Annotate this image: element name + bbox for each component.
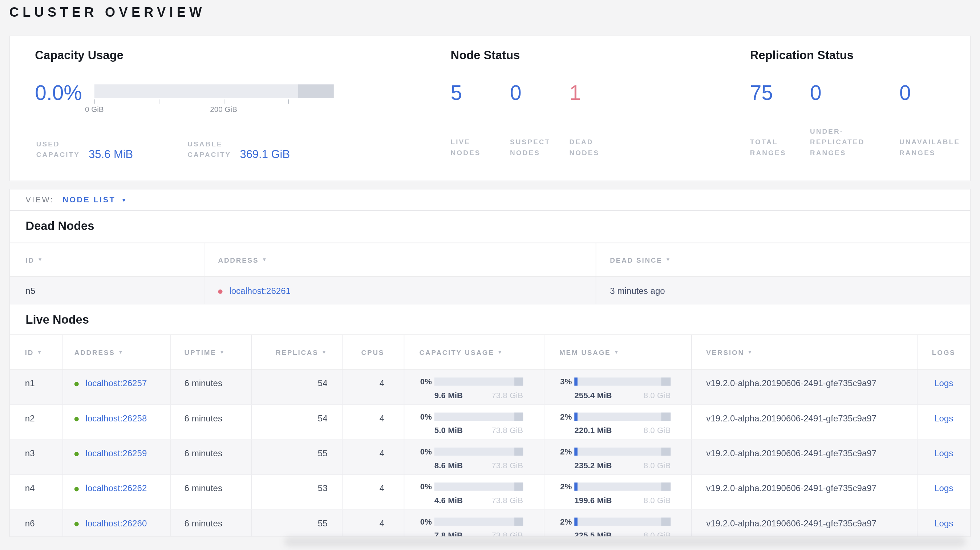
stat-label: UNDER-REPLICATEDRANGES [810,126,899,158]
logs-link[interactable]: Logs [934,448,953,474]
node-address-link[interactable]: localhost:26259 [86,448,147,458]
node-address-link[interactable]: localhost:26260 [86,518,147,528]
node-address-cell: localhost:26261 [204,277,596,304]
capacity-usage-panel: Capacity Usage 0.0% 0 GiB200 GiB USEDCAP… [35,37,425,181]
logs-link[interactable]: Logs [934,518,953,537]
node-address-link[interactable]: localhost:26262 [86,483,147,493]
node-status-title: Node Status [451,49,520,62]
sort-arrow-icon: ▼ [665,257,671,262]
label-line: UNAVAILABLE [899,137,960,148]
usage-bar-fill [574,413,578,421]
node-id: n6 [10,510,63,537]
dead-nodes-table-body: n5 localhost:26261 3 minutes ago [10,277,970,304]
gauge-tick [94,100,95,104]
metric-value: 369.1 GiB [240,148,290,161]
node-address-link[interactable]: localhost:26258 [86,413,147,423]
usage-bar-cap [661,377,671,385]
sort-arrow-icon: ▼ [321,350,327,355]
column-header-address[interactable]: ADDRESS▼ [204,243,596,276]
summary-stat: 1 DEADNODES [570,81,629,158]
column-header-address[interactable]: ADDRESS▼ [62,335,170,369]
column-header-label: DEAD SINCE [610,256,662,264]
column-header-mem-usage[interactable]: MEM USAGE▼ [544,335,691,369]
usage-bar [574,448,671,456]
node-id: n1 [10,370,63,405]
cpus-cell: 4 [342,440,404,474]
column-header-dead-since[interactable]: DEAD SINCE▼ [596,243,970,276]
uptime-cell: 6 minutes [170,405,251,440]
live-node-row: n4 localhost:26262 6 minutes 53 4 0% 4.6… [10,475,970,510]
cpus-cell: 4 [342,370,404,405]
usage-percent: 0% [417,482,432,491]
version-cell: v19.2.0-alpha.20190606-2491-gfe735c9a97 [691,370,917,405]
usage-bar [574,377,671,385]
mem-usage-cell: 3% 255.4 MiB 8.0 GiB [544,370,691,405]
usage-bar-cap [514,518,523,526]
summary-stat: 0 UNAVAILABLERANGES [899,81,960,158]
logs-link[interactable]: Logs [934,483,953,509]
gauge-tick [159,100,160,104]
capacity-usage-cell: 0% 9.6 MiB 73.8 GiB [404,370,544,405]
live-nodes-heading: Live Nodes [26,312,970,327]
cpus-cell: 4 [342,510,404,537]
node-address-link[interactable]: localhost:26257 [86,378,147,388]
logs-link[interactable]: Logs [934,378,953,404]
usage-bar [574,413,671,421]
label-line: SUSPECT [510,137,569,148]
label-line: NODES [570,148,629,158]
usage-used-value: 7.8 MiB [434,531,463,537]
node-list-dropdown[interactable]: NODE LIST ▼ [62,196,128,204]
node-address-link[interactable]: localhost:26261 [229,286,291,296]
column-header-id[interactable]: ID▼ [10,243,204,276]
usage-used-value: 255.4 MiB [574,391,612,400]
capacity-gauge: 0.0% 0 GiB200 GiB [35,81,333,105]
stat-label: DEADNODES [570,137,629,158]
node-id: n4 [10,475,63,510]
usage-percent: 2% [557,447,572,456]
label-line: USED [36,139,80,149]
label-line: CAPACITY [36,149,80,160]
column-header-uptime[interactable]: UPTIME▼ [170,335,251,369]
mem-usage-cell: 2% 220.1 MiB 8.0 GiB [544,405,691,440]
label-line: RANGES [899,148,960,158]
nodes-card: VIEW: NODE LIST ▼ Dead Nodes ID▼ADDRESS▼… [10,189,970,537]
uptime-cell: 6 minutes [170,440,251,474]
gauge-tick-label: 200 GiB [210,105,237,114]
summary-stat: 5 LIVENODES [451,81,510,158]
usage-total-value: 8.0 GiB [644,461,671,470]
column-header-replicas[interactable]: REPLICAS▼ [251,335,342,369]
node-address-cell: localhost:26257 [62,370,170,405]
usage-bar [574,518,671,526]
column-header-capacity-usage[interactable]: CAPACITY USAGE▼ [404,335,544,369]
usage-total-value: 73.8 GiB [492,496,523,505]
live-nodes-table-body: n1 localhost:26257 6 minutes 54 4 0% 9.6… [10,370,970,537]
sort-arrow-icon: ▼ [118,350,124,355]
chevron-down-icon: ▼ [121,197,128,203]
usage-used-value: 8.6 MiB [434,461,463,470]
column-header-id[interactable]: ID▼ [10,335,63,369]
replication-status-title: Replication Status [750,49,854,62]
usage-percent: 0% [417,447,432,456]
usage-total-value: 73.8 GiB [492,531,523,537]
usage-bar [574,482,671,490]
column-header-label: MEM USAGE [559,348,611,356]
usage-used-value: 5.0 MiB [434,426,463,435]
usage-total-value: 73.8 GiB [492,391,523,400]
label-line: CAPACITY [188,149,231,160]
label-line: UNDER- [810,126,899,137]
summary-stat: 0 UNDER-REPLICATEDRANGES [810,81,899,158]
usage-bar-fill [574,482,578,490]
usage-bar-cap [661,448,671,456]
column-header-version[interactable]: VERSION▼ [691,335,917,369]
usage-bar-cap [661,482,671,490]
logs-link[interactable]: Logs [934,413,953,439]
usage-bar-cap [514,377,523,385]
summary-stat: 75 TOTALRANGES [750,81,810,158]
usage-bar [434,448,523,456]
capacity-percent: 0.0% [35,81,83,105]
dead-status-dot-icon [218,289,223,294]
stat-value: 0 [899,81,960,105]
sort-arrow-icon: ▼ [262,257,268,262]
replication-status-stats: 75 TOTALRANGES 0 UNDER-REPLICATEDRANGES … [750,81,960,158]
usage-used-value: 235.2 MiB [574,461,612,470]
